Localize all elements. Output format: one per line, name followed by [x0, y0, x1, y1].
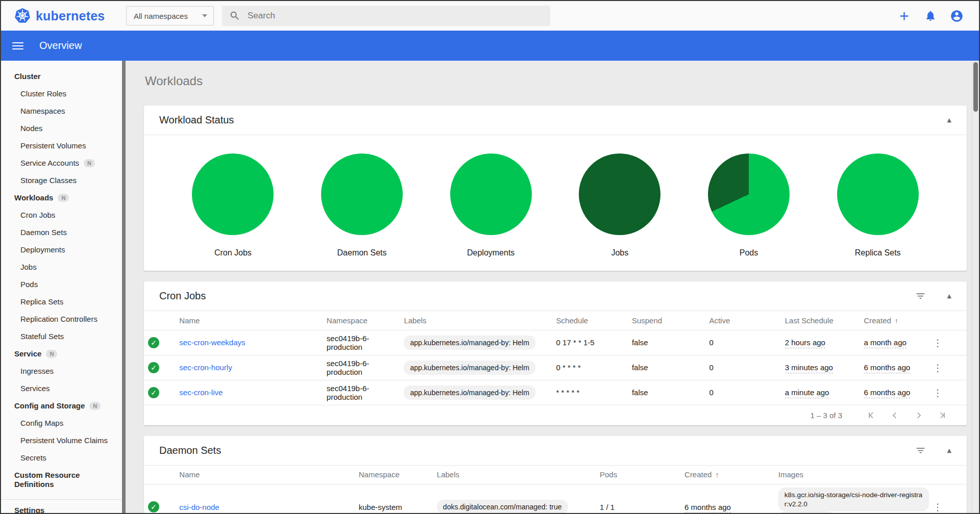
sidebar-item-config-maps[interactable]: Config Maps [1, 415, 122, 432]
sidebar-item-services[interactable]: Services [1, 380, 122, 397]
search-input[interactable] [248, 11, 543, 21]
collapse-icon[interactable]: ▲ [947, 293, 951, 299]
create-resource-button[interactable] [897, 9, 911, 23]
sidebar-item-persistent-volume-claims[interactable]: Persistent Volume Claims [1, 432, 122, 449]
column-header-empty [933, 311, 967, 330]
kubernetes-logo-icon [14, 8, 31, 24]
cron-jobs-table: NameNamespaceLabelsScheduleSuspendActive… [144, 311, 967, 405]
sidebar-section-label: Config and Storage [14, 401, 85, 410]
sidebar-item-secrets[interactable]: Secrets [1, 449, 122, 467]
sidebar-item-ingresses[interactable]: Ingresses [1, 363, 122, 380]
column-header-name[interactable]: Name [179, 311, 327, 330]
sidebar-item-storage-classes[interactable]: Storage Classes [1, 172, 122, 189]
menu-icon[interactable] [12, 42, 23, 49]
column-header-namespace[interactable]: Namespace [327, 311, 404, 330]
next-page-button[interactable] [906, 410, 930, 421]
row-menu-icon[interactable]: ⋮ [933, 337, 943, 348]
column-header-schedule[interactable]: Schedule [556, 311, 632, 330]
column-header-images[interactable]: Images [778, 466, 933, 484]
column-header-labels[interactable]: Labels [437, 466, 600, 484]
card-title: Daemon Sets [159, 445, 221, 456]
pagination-range-label: 1 – 3 of 3 [810, 411, 842, 420]
sidebar-item-label: Replica Sets [20, 297, 63, 306]
sidebar-section-cluster[interactable]: Cluster [1, 68, 122, 85]
column-header-last-schedule[interactable]: Last Schedule [785, 311, 864, 330]
pie-label: Cron Jobs [214, 248, 252, 258]
column-header-labels[interactable]: Labels [404, 311, 556, 330]
workload-status-header: Workload Status ▲ [144, 106, 967, 135]
top-app-bar: kubernetes All namespaces [1, 1, 979, 31]
pie-chart [579, 153, 660, 235]
sidebar-item-label: Config Maps [20, 419, 63, 428]
workload-pie-pods: Pods [684, 153, 814, 258]
column-header-created[interactable]: Created↑ [684, 466, 778, 484]
column-header-name[interactable]: Name [179, 466, 358, 484]
pie-label: Pods [740, 248, 758, 258]
sidebar-item-namespaces[interactable]: Namespaces [1, 102, 122, 120]
cell-icon: ✓ [144, 484, 179, 513]
sidebar-item-daemon-sets[interactable]: Daemon Sets [1, 224, 122, 241]
filter-button[interactable] [915, 291, 926, 301]
collapse-icon[interactable]: ▲ [947, 447, 951, 454]
row-menu-icon[interactable]: ⋮ [933, 501, 943, 512]
column-header-suspend[interactable]: Suspend [632, 311, 709, 330]
sidebar-item-pods[interactable]: Pods [1, 276, 122, 293]
cell-suspend: false [632, 380, 709, 405]
label-chip: doks.digitalocean.com/managed: true [437, 500, 568, 513]
sidebar-section-config-and-storage[interactable]: Config and StorageN [1, 397, 122, 415]
sidebar-item-cluster-roles[interactable]: Cluster Roles [1, 85, 122, 102]
sidebar-section-service[interactable]: ServiceN [1, 345, 122, 363]
cron-jobs-table-grid: NameNamespaceLabelsScheduleSuspendActive… [144, 311, 967, 405]
column-header-pods[interactable]: Pods [600, 466, 684, 484]
sidebar-item-stateful-sets[interactable]: Stateful Sets [1, 328, 122, 345]
sidebar-item-label: Storage Classes [20, 176, 77, 185]
kubernetes-brand[interactable]: kubernetes [1, 8, 126, 24]
new-badge: N [84, 159, 95, 167]
namespace-selector[interactable]: All namespaces [126, 6, 214, 25]
bell-icon [924, 10, 937, 22]
resource-link[interactable]: sec-cron-hourly [179, 363, 232, 372]
collapse-icon[interactable]: ▲ [947, 117, 951, 123]
column-header-namespace[interactable]: Namespace [359, 466, 437, 484]
first-page-button[interactable] [860, 410, 883, 421]
notifications-button[interactable] [924, 10, 937, 22]
sidebar-item-label: Services [20, 384, 50, 393]
account-button[interactable] [950, 9, 964, 23]
chevron-down-icon [202, 14, 207, 17]
cell-name: sec-cron-hourly [179, 355, 327, 380]
sidebar-scrollbar[interactable] [122, 61, 126, 513]
namespace-selector-value: All namespaces [134, 12, 188, 20]
card-title: Cron Jobs [159, 290, 206, 302]
sidebar-item-jobs[interactable]: Jobs [1, 259, 122, 276]
sidebar-item-persistent-volumes[interactable]: Persistent Volumes [1, 137, 122, 155]
sidebar-section-workloads[interactable]: WorkloadsN [1, 189, 122, 207]
sidebar-item-cron-jobs[interactable]: Cron Jobs [1, 207, 122, 224]
page-toolbar: Overview [1, 31, 979, 61]
sidebar-item-settings[interactable]: Settings [1, 500, 122, 513]
sidebar-item-replication-controllers[interactable]: Replication Controllers [1, 311, 122, 328]
resource-link[interactable]: csi-do-node [179, 503, 219, 511]
main-scrollbar-track [972, 61, 979, 513]
daemon-sets-table-grid: NameNamespaceLabelsPodsCreated↑Images✓cs… [144, 466, 967, 513]
resource-link[interactable]: sec-cron-weekdays [179, 338, 245, 347]
filter-button[interactable] [915, 445, 926, 456]
cell-last_schedule: a minute ago [785, 380, 864, 405]
cell-labels: app.kubernetes.io/managed-by: Helm [404, 330, 556, 355]
main-scrollbar-thumb[interactable] [973, 62, 978, 112]
sidebar-item-deployments[interactable]: Deployments [1, 241, 122, 259]
sidebar-item-nodes[interactable]: Nodes [1, 120, 122, 137]
row-menu-icon[interactable]: ⋮ [933, 362, 943, 373]
column-header-active[interactable]: Active [709, 311, 785, 330]
sidebar-section-custom-resource-definitions[interactable]: Custom Resource Definitions [1, 467, 122, 493]
daemon-sets-header: Daemon Sets ▲ [144, 436, 967, 466]
cell-labels: app.kubernetes.io/managed-by: Helm [404, 355, 556, 380]
row-menu-icon[interactable]: ⋮ [933, 387, 943, 398]
previous-page-button[interactable] [883, 410, 906, 421]
last-page-button[interactable] [930, 410, 953, 421]
resource-link[interactable]: sec-cron-live [179, 388, 223, 397]
column-header-created[interactable]: Created↑ [864, 311, 933, 330]
sidebar-item-replica-sets[interactable]: Replica Sets [1, 293, 122, 311]
sidebar-item-service-accounts[interactable]: Service AccountsN [1, 155, 122, 172]
workload-pie-jobs: Jobs [555, 153, 684, 258]
sort-arrow-up-icon: ↑ [715, 471, 719, 479]
